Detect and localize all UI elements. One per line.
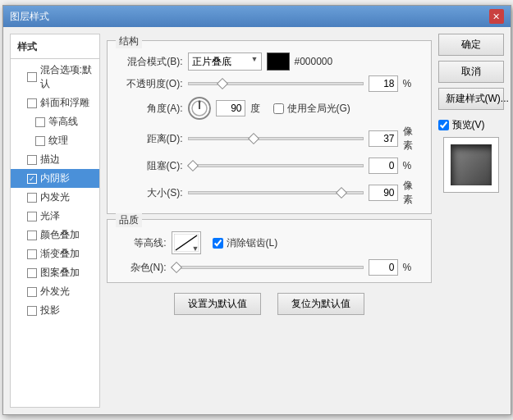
- sidebar-label-outer-glow: 外发光: [40, 285, 70, 299]
- sidebar-item-satin[interactable]: 光泽: [11, 207, 99, 226]
- size-slider[interactable]: [188, 191, 364, 194]
- blend-mode-hex: #000000: [295, 56, 333, 67]
- sidebar-check-color-overlay[interactable]: [27, 231, 37, 240]
- global-light-label[interactable]: 使用全局光(G): [273, 102, 350, 116]
- structure-panel: 结构 混合模式(B): 正片叠底 #000000 不透明度(O):: [107, 40, 432, 214]
- preview-checkbox[interactable]: [438, 120, 449, 130]
- svg-point-2: [198, 101, 200, 103]
- sidebar-check-blending[interactable]: [27, 72, 37, 82]
- distance-slider[interactable]: [188, 137, 364, 140]
- sidebar-item-texture[interactable]: 纹理: [11, 131, 99, 150]
- choke-slider-wrapper: [188, 164, 364, 167]
- sidebar-check-drop-shadow[interactable]: [27, 306, 37, 316]
- noise-unit: %: [403, 262, 421, 273]
- new-style-button[interactable]: 新建样式(W)...: [438, 88, 504, 110]
- quality-panel-title: 品质: [116, 213, 142, 227]
- choke-slider[interactable]: [188, 164, 364, 167]
- opacity-label: 不透明度(O):: [117, 77, 183, 91]
- structure-panel-title: 结构: [116, 34, 142, 48]
- sidebar-label-bevel: 斜面和浮雕: [40, 96, 89, 110]
- anti-alias-text: 消除锯齿(L): [227, 236, 278, 250]
- angle-unit: 度: [250, 102, 268, 116]
- ok-button[interactable]: 确定: [438, 34, 504, 56]
- sidebar-item-inner-glow[interactable]: 内发光: [11, 188, 99, 207]
- main-content: 结构 混合模式(B): 正片叠底 #000000 不透明度(O):: [107, 34, 432, 408]
- sidebar-check-outer-glow[interactable]: [27, 287, 37, 297]
- sidebar-check-stroke[interactable]: [27, 155, 37, 165]
- sidebar-check-contour[interactable]: [35, 117, 45, 127]
- angle-label: 角度(A):: [117, 102, 183, 116]
- blend-mode-label: 混合模式(B):: [117, 55, 183, 69]
- distance-label: 距离(D):: [117, 132, 183, 146]
- sidebar-label-drop-shadow: 投影: [40, 304, 60, 317]
- sidebar-item-color-overlay[interactable]: 颜色叠加: [11, 226, 99, 244]
- sidebar-label-contour: 等高线: [48, 115, 78, 129]
- preview-box: [443, 137, 499, 193]
- opacity-unit: %: [403, 78, 421, 89]
- sidebar-label-gradient-overlay: 渐变叠加: [40, 247, 80, 261]
- sidebar-item-blending[interactable]: 混合选项:默认: [11, 61, 99, 94]
- sidebar-label-color-overlay: 颜色叠加: [40, 228, 80, 242]
- opacity-input[interactable]: [369, 75, 398, 92]
- sidebar-item-stroke[interactable]: 描边: [11, 150, 99, 169]
- noise-slider-wrapper: [172, 266, 364, 269]
- size-input[interactable]: [369, 185, 398, 201]
- noise-slider[interactable]: [172, 266, 364, 269]
- choke-input[interactable]: [369, 158, 398, 174]
- reset-default-button[interactable]: 复位为默认值: [277, 293, 364, 315]
- sidebar-item-contour[interactable]: 等高线: [11, 112, 99, 131]
- cancel-button[interactable]: 取消: [438, 61, 504, 83]
- sidebar-item-outer-glow[interactable]: 外发光: [11, 282, 99, 301]
- sidebar-check-inner-shadow[interactable]: [27, 174, 37, 184]
- dialog-title: 图层样式: [10, 10, 49, 24]
- sidebar-item-drop-shadow[interactable]: 投影: [11, 301, 99, 320]
- right-panel: 确定 取消 新建样式(W)... 预览(V): [438, 34, 504, 408]
- opacity-slider[interactable]: [188, 82, 364, 85]
- contour-row: 等高线: ▼ 消除锯齿(L): [117, 231, 421, 254]
- global-light-checkbox[interactable]: [273, 103, 284, 114]
- sidebar-label-pattern-overlay: 图案叠加: [40, 266, 80, 280]
- blend-mode-color-swatch[interactable]: [267, 52, 290, 71]
- sidebar-label-blending: 混合选项:默认: [40, 63, 93, 91]
- sidebar-label-inner-glow: 内发光: [40, 190, 70, 204]
- sidebar-check-texture[interactable]: [35, 136, 45, 146]
- sidebar-label-inner-shadow: 内阴影: [40, 171, 70, 185]
- sidebar-section-title: 样式: [11, 38, 99, 57]
- choke-unit: %: [403, 160, 421, 171]
- sidebar-check-satin[interactable]: [27, 212, 37, 221]
- distance-row: 距离(D): 像素: [117, 125, 421, 153]
- sidebar-item-bevel[interactable]: 斜面和浮雕: [11, 94, 99, 112]
- sidebar-item-inner-shadow[interactable]: 内阴影: [11, 169, 99, 188]
- angle-dial[interactable]: [188, 97, 211, 120]
- sidebar-item-gradient-overlay[interactable]: 渐变叠加: [11, 244, 99, 263]
- sidebar-label-stroke: 描边: [40, 153, 60, 167]
- anti-alias-label[interactable]: 消除锯齿(L): [213, 236, 278, 250]
- blend-mode-select-wrapper[interactable]: 正片叠底: [188, 52, 262, 71]
- blend-mode-select[interactable]: 正片叠底: [188, 52, 262, 71]
- sidebar-check-bevel[interactable]: [27, 98, 37, 108]
- noise-row: 杂色(N): %: [117, 259, 421, 276]
- size-row: 大小(S): 像素: [117, 179, 421, 207]
- noise-input[interactable]: [369, 259, 398, 276]
- anti-alias-checkbox[interactable]: [213, 238, 223, 249]
- choke-row: 阻塞(C): %: [117, 158, 421, 174]
- sidebar-check-gradient-overlay[interactable]: [27, 249, 37, 259]
- distance-input[interactable]: [369, 130, 398, 147]
- close-button[interactable]: ✕: [489, 9, 504, 24]
- contour-label: 等高线:: [117, 236, 167, 250]
- sidebar-item-pattern-overlay[interactable]: 图案叠加: [11, 263, 99, 282]
- angle-input[interactable]: [216, 100, 245, 116]
- choke-label: 阻塞(C):: [117, 159, 183, 173]
- svg-point-0: [192, 101, 207, 116]
- opacity-slider-wrapper: [188, 82, 364, 85]
- distance-unit: 像素: [403, 125, 421, 153]
- preview-label: 预览(V): [452, 118, 485, 132]
- quality-panel: 品质 等高线: ▼ 消除锯齿(L): [107, 219, 432, 283]
- sidebar-check-inner-glow[interactable]: [27, 193, 37, 203]
- sidebar-check-pattern-overlay[interactable]: [27, 268, 37, 278]
- size-slider-wrapper: [188, 191, 364, 194]
- size-unit: 像素: [403, 179, 421, 207]
- set-default-button[interactable]: 设置为默认值: [174, 293, 261, 315]
- sidebar: 样式 混合选项:默认 斜面和浮雕 等高线 纹理: [10, 34, 100, 408]
- contour-curve-picker[interactable]: ▼: [172, 231, 201, 254]
